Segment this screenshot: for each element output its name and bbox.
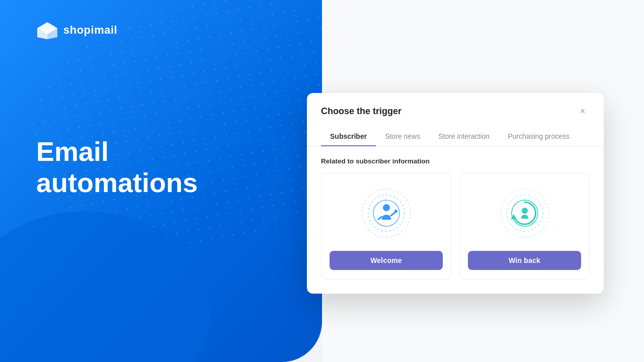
tab-subscriber[interactable]: Subscriber — [321, 127, 376, 146]
tab-store-interaction[interactable]: Store interaction — [429, 127, 499, 146]
hero-section: Email automations — [36, 136, 198, 198]
svg-point-8 — [394, 210, 397, 213]
welcome-icon-area — [359, 186, 414, 241]
cycle-person-icon — [497, 186, 552, 241]
win-back-icon-area — [497, 186, 552, 241]
logo[interactable]: shopimail — [36, 21, 117, 39]
tab-store-news[interactable]: Store news — [376, 127, 429, 146]
svg-line-9 — [378, 217, 382, 219]
trigger-cards: Welcome — [321, 173, 590, 280]
person-wave-icon — [359, 186, 414, 241]
tab-purchasing-process[interactable]: Purchasing process — [499, 127, 579, 146]
svg-point-3 — [362, 189, 411, 237]
modal-title: Choose the trigger — [321, 106, 401, 117]
svg-point-5 — [373, 200, 399, 226]
logo-icon — [36, 21, 58, 39]
modal-header: Choose the trigger × — [307, 93, 604, 118]
section-title: Related to subscriber information — [321, 157, 590, 165]
svg-point-4 — [368, 195, 405, 231]
svg-point-14 — [522, 208, 528, 214]
brand-name: shopimail — [63, 24, 117, 37]
win-back-button[interactable]: Win back — [468, 251, 581, 270]
win-back-card[interactable]: Win back — [459, 173, 590, 280]
hero-title: Email automations — [36, 136, 198, 198]
welcome-button[interactable]: Welcome — [330, 251, 443, 270]
svg-point-6 — [383, 204, 390, 211]
trigger-modal: Choose the trigger × Subscriber Store ne… — [307, 93, 604, 294]
tabs-nav: Subscriber Store news Store interaction … — [307, 127, 604, 146]
close-button[interactable]: × — [576, 104, 590, 118]
welcome-card[interactable]: Welcome — [321, 173, 451, 280]
modal-body: Related to subscriber information — [307, 146, 604, 294]
